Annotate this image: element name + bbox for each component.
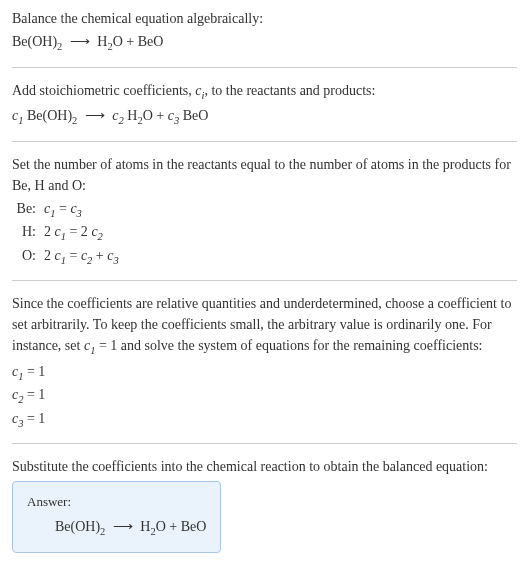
stoich-equation: c1 Be(OH)2 ⟶ c2 H2O + c3 BeO xyxy=(12,105,517,129)
reactant: Be(OH)2 xyxy=(12,34,62,49)
arrow-icon: ⟶ xyxy=(70,31,90,52)
arbitrary-section: Since the coefficients are relative quan… xyxy=(12,293,517,431)
atom-row-h: H: 2 c1 = 2 c2 xyxy=(12,221,517,245)
stoich-section: Add stoichiometric coefficients, ci, to … xyxy=(12,80,517,129)
atom-label: Be: xyxy=(12,198,44,219)
coeff-item: c1 = 1 xyxy=(12,361,517,385)
divider xyxy=(12,280,517,281)
products: H2O + BeO xyxy=(97,34,163,49)
atom-equation: c1 = c3 xyxy=(44,198,82,222)
coeff-item: c2 = 1 xyxy=(12,384,517,408)
atoms-intro: Set the number of atoms in the reactants… xyxy=(12,154,517,196)
divider xyxy=(12,141,517,142)
final-text: Substitute the coefficients into the che… xyxy=(12,456,517,477)
coeff-list: c1 = 1 c2 = 1 c3 = 1 xyxy=(12,361,517,432)
stoich-text: Add stoichiometric coefficients, ci, to … xyxy=(12,80,517,104)
arbitrary-text: Since the coefficients are relative quan… xyxy=(12,293,517,359)
atom-equation: 2 c1 = c2 + c3 xyxy=(44,245,119,269)
atoms-table: Be: c1 = c3 H: 2 c1 = 2 c2 O: 2 c1 = c2 … xyxy=(12,198,517,269)
arrow-icon: ⟶ xyxy=(113,516,133,537)
arrow-icon: ⟶ xyxy=(85,105,105,126)
answer-equation: Be(OH)2 ⟶ H2O + BeO xyxy=(27,516,206,540)
intro-text: Balance the chemical equation algebraica… xyxy=(12,8,517,29)
atom-row-o: O: 2 c1 = c2 + c3 xyxy=(12,245,517,269)
final-section: Substitute the coefficients into the che… xyxy=(12,456,517,552)
atom-equation: 2 c1 = 2 c2 xyxy=(44,221,103,245)
divider xyxy=(12,67,517,68)
answer-box: Answer: Be(OH)2 ⟶ H2O + BeO xyxy=(12,481,221,552)
atoms-section: Set the number of atoms in the reactants… xyxy=(12,154,517,269)
atom-label: O: xyxy=(12,245,44,266)
coeff-item: c3 = 1 xyxy=(12,408,517,432)
atom-label: H: xyxy=(12,221,44,242)
answer-lhs: Be(OH)2 xyxy=(55,519,105,534)
intro-equation: Be(OH)2 ⟶ H2O + BeO xyxy=(12,31,517,55)
answer-label: Answer: xyxy=(27,492,206,512)
intro-section: Balance the chemical equation algebraica… xyxy=(12,8,517,55)
answer-rhs: H2O + BeO xyxy=(140,519,206,534)
divider xyxy=(12,443,517,444)
atom-row-be: Be: c1 = c3 xyxy=(12,198,517,222)
